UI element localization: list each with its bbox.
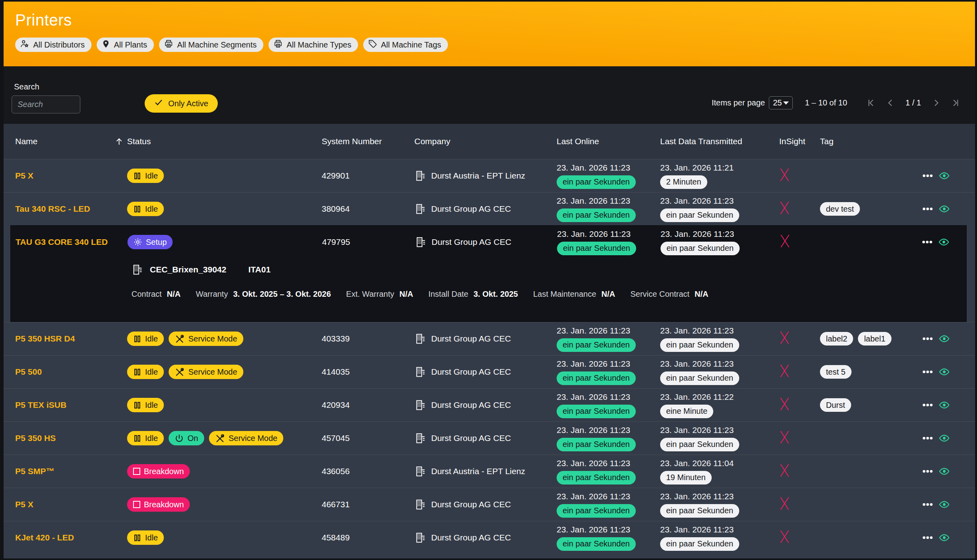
eye-icon [939,439,950,445]
table-row[interactable]: P5 X Breakdown 466731 Durst Group AG CEC… [0,488,977,521]
row-view-button[interactable] [939,203,950,214]
row-menu-button[interactable] [922,174,933,178]
row-menu-button[interactable] [922,469,933,473]
tag-pill: label1 [858,332,891,346]
previous-page-button[interactable] [885,97,896,108]
status-badge-label: Idle [145,533,158,542]
search-input[interactable] [12,95,80,113]
company-cell: Durst Group AG CEC [414,333,557,345]
last-data-cell: 23. Jan. 2026 11:04 19 Minuten [660,459,779,485]
row-view-button[interactable] [939,532,950,543]
printer-name: P5 SMP™ [15,467,54,476]
filter-all-machine-types[interactable]: All Machine Types [269,38,358,52]
tag-pill: test 5 [820,365,852,379]
filter-all-machine-segments[interactable]: All Machine Segments [159,38,263,52]
row-view-button[interactable] [939,499,950,510]
detail-field: Service Contract N/A [630,290,708,299]
insight-cell [779,168,820,184]
table-row[interactable]: P5 X Idle 429901 Durst Austria - EPT Lie… [0,159,977,192]
more-dots-icon [922,435,933,441]
last-online-relative: ein paar Sekunden [557,438,636,451]
machine-segments-icon [164,39,173,51]
last-data-relative: ein paar Sekunden [660,438,739,451]
row-view-button[interactable] [939,170,950,181]
filter-chip-bar: All Distributors All Plants All Machine … [15,38,977,52]
row-menu-button[interactable] [922,403,933,407]
only-active-toggle[interactable]: Only Active [145,94,218,113]
pause-icon [133,172,141,180]
row-view-button[interactable] [939,399,950,411]
column-header-last-data-transmitted[interactable]: Last Data Transmitted [660,137,779,146]
table-row[interactable]: P5 350 HSR D4 IdleService Mode 403339 Du… [0,322,977,355]
column-header-company[interactable]: Company [414,137,557,146]
last-data-relative: ein paar Sekunden [660,338,739,352]
column-header-name[interactable]: Name [15,137,127,146]
row-view-button[interactable] [939,333,950,344]
last-online-cell: 23. Jan. 2026 11:23 ein paar Sekunden [557,359,660,385]
row-view-button[interactable] [938,236,949,248]
table-row[interactable]: TAU G3 CORE 340 LED Setup 479795 Durst G… [11,226,966,258]
pause-icon [133,534,141,542]
column-header-insight[interactable]: InSight [779,137,820,146]
insight-disconnected-icon [779,430,790,444]
column-header-system-number[interactable]: System Number [322,137,414,146]
stop-icon [133,501,140,508]
check-icon [154,98,163,109]
filter-chip-label: All Plants [114,40,147,50]
row-view-button[interactable] [939,433,950,444]
status-badge-label: Service Mode [229,434,277,443]
column-header-tag[interactable]: Tag [820,137,915,146]
detail-field-label: Contract [131,290,162,299]
row-menu-button[interactable] [922,370,933,374]
table-row[interactable]: P5 TEX iSUB Idle 420934 Durst Group AG C… [0,388,977,421]
filter-chip-label: All Distributors [33,40,85,50]
status-badge-service: Service Mode [169,332,243,346]
filter-all-machine-tags[interactable]: All Machine Tags [363,38,448,52]
first-page-button[interactable] [866,97,876,108]
column-header-status[interactable]: Status [127,137,322,146]
table-row[interactable]: KJet 420 - LED Idle 458489 Durst Group A… [0,521,977,554]
table-row[interactable]: P5 SMP™ Breakdown 436056 Durst Austria -… [0,455,977,488]
company-cell: Durst Austria - EPT Lienz [414,170,557,182]
eye-icon [939,373,950,379]
stop-icon [133,468,140,475]
row-menu-button[interactable] [922,240,933,244]
column-header-last-online[interactable]: Last Online [557,137,660,146]
detail-field-label: Ext. Warranty [346,290,394,299]
row-menu-button[interactable] [922,436,933,440]
row-view-button[interactable] [939,366,950,377]
pause-icon [133,368,141,376]
last-data-cell: 23. Jan. 2026 11:22 eine Minute [660,392,779,418]
last-page-button[interactable] [950,97,961,108]
insight-cell [779,530,820,546]
detail-field: Warranty 3. Okt. 2025 – 3. Okt. 2026 [196,290,331,299]
table-row[interactable]: Tau 340 RSC - LED Idle 380964 Durst Grou… [0,192,977,225]
row-menu-button[interactable] [922,536,933,540]
last-data-relative: ein paar Sekunden [660,209,739,222]
table-row[interactable]: P5 350 HS IdleOnService Mode 457045 Durs… [0,421,977,455]
pagination-controls: Items per page 25 1 – 10 of 10 1 / 1 [712,96,961,109]
company-name: Durst Group AG CEC [431,204,511,214]
items-per-page-select[interactable]: 25 [769,96,793,109]
system-number-cell: 479795 [322,237,415,247]
more-dots-icon [922,206,933,212]
table-row[interactable]: P5 500 IdleService Mode 414035 Durst Gro… [0,355,977,388]
last-online-relative: ein paar Sekunden [557,209,636,222]
eye-icon [939,406,950,412]
row-menu-button[interactable] [922,502,933,506]
row-menu-button[interactable] [922,337,933,341]
last-online-cell: 23. Jan. 2026 11:23 ein paar Sekunden [557,326,660,352]
power-icon [175,434,184,443]
insight-disconnected-icon [779,530,790,544]
row-menu-button[interactable] [922,207,933,211]
filter-all-distributors[interactable]: All Distributors [15,38,92,52]
last-online-cell: 23. Jan. 2026 11:23 ein paar Sekunden [557,525,660,551]
row-view-button[interactable] [939,466,950,477]
filter-all-plants[interactable]: All Plants [97,38,154,52]
next-page-button[interactable] [931,97,941,108]
eye-icon [939,210,950,216]
tools-icon [215,433,225,443]
company-building-icon [414,432,427,445]
insight-disconnected-icon [779,201,790,215]
more-dots-icon [922,369,933,375]
